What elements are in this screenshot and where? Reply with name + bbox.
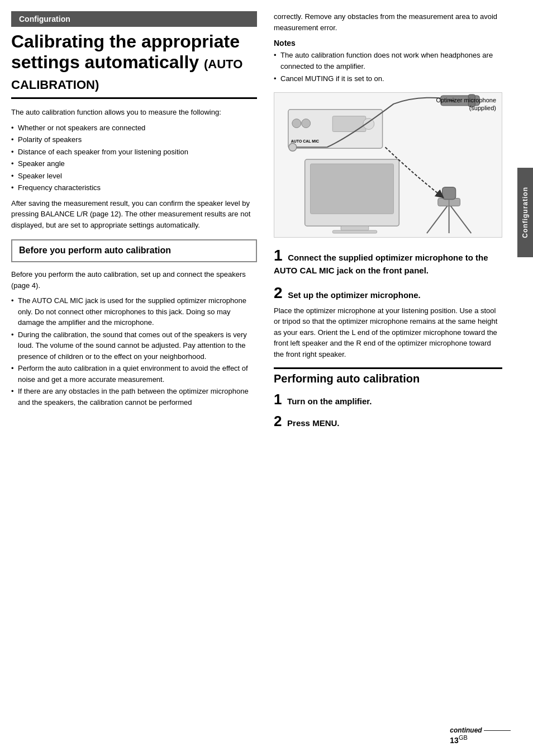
svg-rect-14 xyxy=(332,230,377,233)
diagram-svg: AUTO CAL MIC xyxy=(274,93,502,237)
footer-line: ———— xyxy=(484,726,511,734)
performing-step-2-text: Press MENU. xyxy=(287,418,339,428)
intro-after-text: After saving the measurement result, you… xyxy=(11,198,257,231)
performing-title: Performing auto calibration xyxy=(274,372,502,385)
notes-section: Notes The auto calibration function does… xyxy=(274,39,502,84)
step-1-title: Connect the supplied optimizer microphon… xyxy=(274,253,488,275)
performing-step-1-text: Turn on the amplifier. xyxy=(287,396,372,406)
notes-list: The auto calibration function does not w… xyxy=(274,50,502,84)
before-bullet-3: Perform the auto calibration in a quiet … xyxy=(11,363,257,385)
step-2-body: Place the optimizer microphone at your l… xyxy=(274,305,502,360)
performing-step-2-num: 2 xyxy=(274,413,282,429)
svg-point-1 xyxy=(292,119,301,127)
before-section-box: Before you perform auto calibration xyxy=(11,239,257,262)
bullet-4: Speaker angle xyxy=(11,158,257,169)
diagram-box: Optimizer microphone(supplied) xyxy=(274,92,502,238)
notes-title: Notes xyxy=(274,39,502,48)
optimizer-label: Optimizer microphone(supplied) xyxy=(436,96,496,112)
diagram-area: Optimizer microphone(supplied) xyxy=(274,92,502,238)
performing-section: Performing auto calibration 1 Turn on th… xyxy=(274,367,502,430)
step-2-title: Set up the optimizer microphone. xyxy=(288,290,421,300)
optimizer-text: Optimizer microphone(supplied) xyxy=(436,97,496,111)
before-bullet-4: If there are any obstacles in the path b… xyxy=(11,386,257,408)
left-column: Configuration Calibrating the appropriat… xyxy=(11,11,268,745)
performing-step-2: 2 Press MENU. xyxy=(274,413,502,430)
main-content: Configuration Calibrating the appropriat… xyxy=(0,0,533,756)
sidebar-tab-label: Configuration xyxy=(521,187,529,238)
note-2: Cancel MUTING if it is set to on. xyxy=(274,73,502,84)
svg-rect-3 xyxy=(332,116,366,131)
page: Configuration Configuration Calibrating … xyxy=(0,0,533,756)
continued-label: continued xyxy=(450,726,482,734)
svg-point-2 xyxy=(302,119,311,127)
continued-text: correctly. Remove any obstacles from the… xyxy=(274,11,502,33)
before-bullet-2: During the calibration, the sound that c… xyxy=(11,329,257,362)
note-1: The auto calibration function does not w… xyxy=(274,50,502,72)
before-intro: Before you perform the auto calibration,… xyxy=(11,269,257,291)
before-bullet-1: The AUTO CAL MIC jack is used for the su… xyxy=(11,295,257,328)
svg-text:AUTO CAL MIC: AUTO CAL MIC xyxy=(291,139,319,143)
page-gb: GB xyxy=(459,734,468,741)
bullet-3: Distance of each speaker from your liste… xyxy=(11,147,257,158)
step-2: 2 Set up the optimizer microphone. Place… xyxy=(274,284,502,360)
main-title: Calibrating the appropriate settings aut… xyxy=(11,31,257,99)
intro-text: The auto calibration function allows you… xyxy=(11,107,257,118)
svg-rect-12 xyxy=(311,164,394,214)
svg-rect-19 xyxy=(442,187,456,199)
step-1: 1 Connect the supplied optimizer microph… xyxy=(274,247,502,276)
svg-line-15 xyxy=(427,204,449,233)
config-label: Configuration xyxy=(19,15,70,23)
config-header: Configuration xyxy=(11,11,257,27)
intro-bullets: Whether or not speakers are connected Po… xyxy=(11,122,257,193)
sidebar-tab: Configuration xyxy=(517,168,533,257)
performing-step-1: 1 Turn on the amplifier. xyxy=(274,391,502,408)
bullet-1: Whether or not speakers are connected xyxy=(11,122,257,134)
right-column: correctly. Remove any obstacles from the… xyxy=(268,11,522,745)
page-num-value: 13 xyxy=(450,736,459,745)
performing-step-1-num: 1 xyxy=(274,391,282,408)
svg-rect-13 xyxy=(341,226,369,230)
svg-point-6 xyxy=(289,143,297,151)
svg-line-17 xyxy=(449,204,472,233)
svg-point-4 xyxy=(363,118,374,129)
step-1-number: 1 xyxy=(274,247,283,264)
before-section-title: Before you perform auto calibration xyxy=(19,245,249,257)
page-footer: continued ———— 13GB xyxy=(450,726,511,745)
before-bullets: The AUTO CAL MIC jack is used for the su… xyxy=(11,295,257,408)
bullet-6: Frequency characteristics xyxy=(11,182,257,193)
bullet-5: Speaker level xyxy=(11,171,257,182)
page-number: 13GB xyxy=(450,736,467,745)
bullet-2: Polarity of speakers xyxy=(11,134,257,145)
step-2-number: 2 xyxy=(274,284,283,301)
